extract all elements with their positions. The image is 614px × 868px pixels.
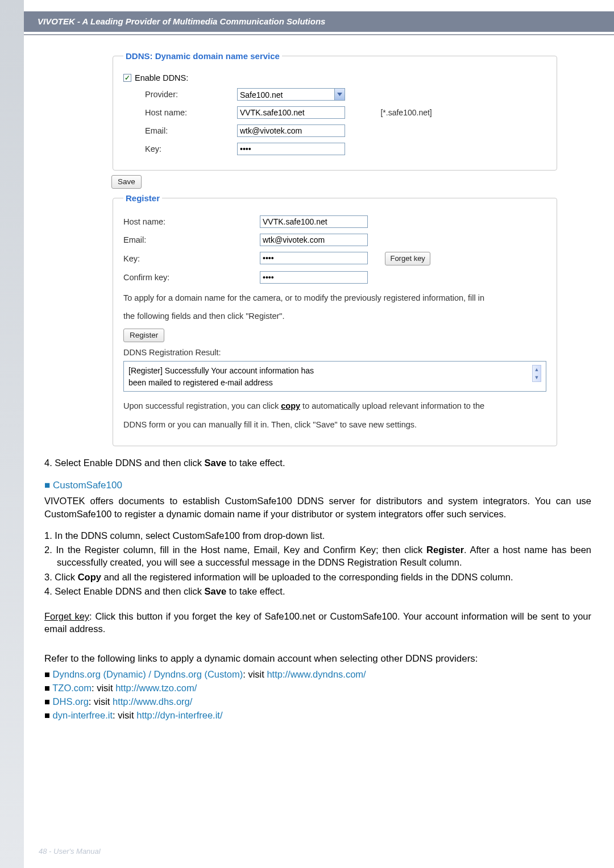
link-dhs-url[interactable]: http://www.dhs.org/	[113, 696, 192, 707]
provider-select[interactable]: Safe100.net	[237, 88, 345, 101]
scroll-down-icon[interactable]: ▼	[534, 373, 540, 381]
reg-email-input[interactable]	[260, 234, 368, 246]
enable-ddns-checkbox[interactable]: ✓	[123, 74, 131, 82]
customsafe-paragraph: VIVOTEK offers documents to establish Cu…	[44, 495, 591, 520]
reg-email-label: Email:	[123, 235, 260, 244]
provider-label: Provider:	[123, 90, 237, 99]
link-tzo: TZO.com: visit http://www.tzo.com/	[44, 682, 591, 694]
enable-ddns-label: Enable DDNS:	[135, 73, 188, 82]
hostname-label: Host name:	[123, 108, 237, 117]
ddns-legend: DDNS: Dynamic domain name service	[123, 51, 282, 61]
cs-step-1: 1. In the DDNS column, select CustomSafe…	[44, 529, 591, 542]
post-result-2: DDNS form or you can manually fill it in…	[123, 416, 546, 433]
customsafe-heading: ■ CustomSafe100	[44, 479, 591, 492]
email-label: Email:	[123, 126, 237, 135]
post-result-1: Upon successful registration, you can cl…	[123, 397, 546, 414]
copy-link[interactable]: copy	[281, 401, 300, 410]
reg-key-input[interactable]	[260, 252, 368, 264]
step4-text: 4. Select Enable DDNS and then click Sav…	[44, 456, 591, 469]
chevron-down-icon[interactable]	[334, 89, 345, 100]
result-scrollbar[interactable]: ▲ ▼	[532, 365, 541, 382]
hostname-suffix: [*.safe100.net]	[380, 108, 432, 117]
forget-key-paragraph: Forget key: Click this button if you for…	[44, 610, 591, 636]
result-line-2: been mailed to registered e-mail address	[128, 378, 273, 387]
register-legend: Register	[123, 193, 162, 203]
ddns-fieldset: DDNS: Dynamic domain name service ✓ Enab…	[113, 51, 557, 171]
register-fieldset: Register Host name: Email: Key: Forget k…	[113, 193, 557, 446]
link-dhs: DHS.org: visit http://www.dhs.org/	[44, 695, 591, 708]
link-interfree: dyn-interfree.it: visit http://dyn-inter…	[44, 709, 591, 721]
link-dyndns: Dyndns.org (Dynamic) / Dyndns.org (Custo…	[44, 668, 591, 680]
link-interfree-url[interactable]: http://dyn-interfree.it/	[136, 710, 222, 720]
header-title: VIVOTEK - A Leading Provider of Multimed…	[38, 16, 325, 26]
hostname-input[interactable]	[237, 106, 345, 119]
link-dyndns-url[interactable]: http://www.dyndns.com/	[267, 669, 366, 679]
save-button[interactable]: Save	[111, 175, 142, 189]
key-label: Key:	[123, 144, 237, 153]
cs-step-4: 4. Select Enable DDNS and then click Sav…	[44, 585, 591, 597]
forget-key-button[interactable]: Forget key	[385, 252, 430, 265]
check-icon: ✓	[125, 74, 130, 82]
page-footer: 48 - User's Manual	[39, 847, 101, 855]
result-textbox: [Register] Successfully Your account inf…	[123, 361, 546, 392]
result-line-1: [Register] Successfully Your account inf…	[128, 366, 314, 375]
link-tzo-url[interactable]: http://www.tzo.com/	[115, 683, 197, 693]
svg-marker-0	[337, 93, 342, 96]
links-intro: Refer to the following links to apply a …	[44, 653, 591, 666]
page-header: VIVOTEK - A Leading Provider of Multimed…	[24, 11, 614, 32]
cs-step-3: 3. Click Copy and all the registered inf…	[44, 571, 591, 583]
scroll-up-icon[interactable]: ▲	[534, 366, 540, 373]
provider-value: Safe100.net	[238, 89, 334, 100]
reg-confirm-label: Confirm key:	[123, 273, 260, 282]
reg-hostname-label: Host name:	[123, 217, 260, 226]
header-rule	[24, 34, 614, 35]
key-input[interactable]	[237, 143, 345, 155]
cs-step-2: 2. In the Register column, fill in the H…	[44, 543, 591, 569]
reg-key-label: Key:	[123, 254, 260, 263]
email-input[interactable]	[237, 124, 345, 137]
result-label: DDNS Registration Result:	[123, 348, 546, 358]
reg-hostname-input[interactable]	[260, 215, 368, 228]
register-instruction-2: the following fields and then click "Reg…	[123, 308, 546, 325]
reg-confirm-input[interactable]	[260, 271, 368, 284]
register-button[interactable]: Register	[123, 329, 164, 342]
register-instruction-1: To apply for a domain name for the camer…	[123, 289, 546, 306]
